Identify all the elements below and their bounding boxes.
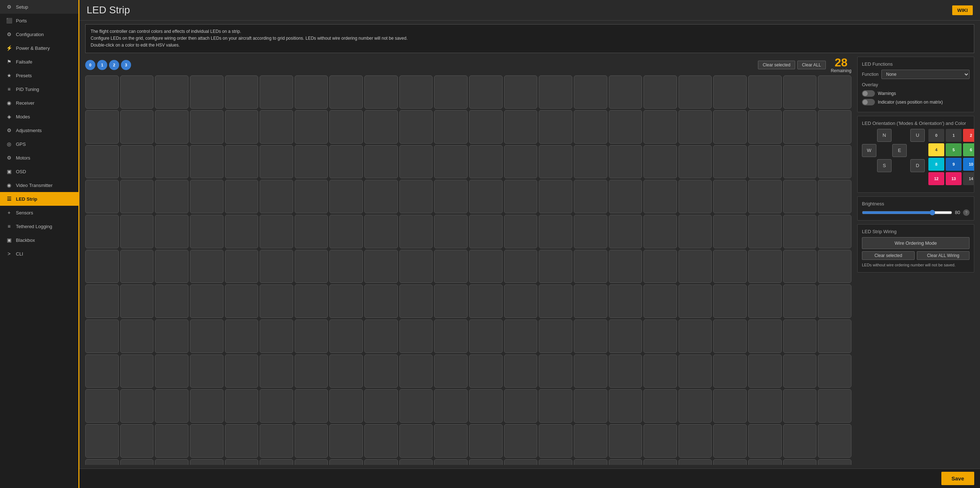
led-cell[interactable] (259, 215, 293, 248)
led-cell[interactable] (713, 110, 747, 144)
led-cell[interactable] (155, 424, 188, 458)
led-cell[interactable] (329, 320, 363, 353)
sidebar-item-setup[interactable]: ⚙Setup (0, 0, 78, 14)
orient-n-button[interactable]: N (877, 129, 891, 142)
color-btn-10[interactable]: 10 (963, 158, 974, 171)
led-cell[interactable] (818, 459, 851, 465)
sidebar-item-modes[interactable]: ◈Modes (0, 110, 78, 124)
led-cell[interactable] (539, 459, 572, 465)
led-cell[interactable] (818, 75, 851, 109)
led-cell[interactable] (85, 145, 119, 179)
led-cell[interactable] (504, 250, 538, 283)
led-cell[interactable] (434, 459, 468, 465)
led-cell[interactable] (259, 320, 293, 353)
color-btn-1[interactable]: 1 (946, 129, 962, 142)
led-cell[interactable] (504, 424, 538, 458)
led-cell[interactable] (434, 180, 468, 213)
sidebar-item-osd[interactable]: ▣OSD (0, 165, 78, 178)
led-cell[interactable] (783, 285, 817, 318)
clear-selected-button[interactable]: Clear selected (758, 60, 795, 69)
led-cell[interactable] (818, 145, 851, 179)
led-cell[interactable] (643, 320, 677, 353)
led-cell[interactable] (574, 354, 607, 388)
led-cell[interactable] (469, 389, 503, 423)
led-cell[interactable] (364, 424, 398, 458)
led-cell[interactable] (155, 145, 188, 179)
wire-clear-all-button[interactable]: Clear ALL Wiring (917, 251, 969, 260)
led-cell[interactable] (399, 389, 433, 423)
led-cell[interactable] (85, 75, 119, 109)
led-cell[interactable] (399, 110, 433, 144)
led-cell[interactable] (678, 320, 712, 353)
led-cell[interactable] (225, 110, 259, 144)
led-dot-0[interactable]: 0 (85, 60, 95, 70)
led-cell[interactable] (155, 110, 188, 144)
led-cell[interactable] (259, 424, 293, 458)
led-cell[interactable] (643, 389, 677, 423)
led-cell[interactable] (259, 354, 293, 388)
led-cell[interactable] (713, 180, 747, 213)
led-cell[interactable] (155, 459, 188, 465)
led-cell[interactable] (155, 215, 188, 248)
led-cell[interactable] (364, 215, 398, 248)
led-cell[interactable] (225, 389, 259, 423)
led-cell[interactable] (225, 215, 259, 248)
led-cell[interactable] (748, 285, 782, 318)
led-cell[interactable] (713, 354, 747, 388)
led-cell[interactable] (295, 285, 328, 318)
led-cell[interactable] (259, 75, 293, 109)
led-cell[interactable] (399, 75, 433, 109)
led-cell[interactable] (85, 215, 119, 248)
led-cell[interactable] (329, 215, 363, 248)
led-cell[interactable] (225, 285, 259, 318)
led-cell[interactable] (155, 180, 188, 213)
led-cell[interactable] (434, 110, 468, 144)
led-cell[interactable] (469, 459, 503, 465)
led-cell[interactable] (329, 424, 363, 458)
led-cell[interactable] (364, 75, 398, 109)
led-cell[interactable] (504, 354, 538, 388)
led-cell[interactable] (609, 354, 643, 388)
led-cell[interactable] (364, 110, 398, 144)
led-cell[interactable] (85, 285, 119, 318)
led-cell[interactable] (643, 215, 677, 248)
led-cell[interactable] (504, 389, 538, 423)
led-cell[interactable] (643, 180, 677, 213)
sidebar-item-pid-tuning[interactable]: ≡PID Tuning (0, 82, 78, 96)
led-cell[interactable] (748, 354, 782, 388)
led-cell[interactable] (539, 180, 572, 213)
sidebar-item-led-strip[interactable]: ☰LED Strip (0, 192, 78, 206)
orient-d-button[interactable]: D (910, 159, 925, 172)
led-cell[interactable] (609, 145, 643, 179)
led-cell[interactable] (713, 320, 747, 353)
led-cell[interactable] (399, 145, 433, 179)
led-cell[interactable] (609, 250, 643, 283)
led-cell[interactable] (364, 180, 398, 213)
led-cell[interactable] (574, 215, 607, 248)
led-cell[interactable] (609, 75, 643, 109)
led-cell[interactable] (678, 389, 712, 423)
sidebar-item-blackbox[interactable]: ▣Blackbox (0, 233, 78, 247)
sidebar-item-receiver[interactable]: ◉Receiver (0, 96, 78, 110)
led-cell[interactable] (190, 354, 224, 388)
led-cell[interactable] (539, 215, 572, 248)
led-cell[interactable] (120, 215, 154, 248)
wiki-button[interactable]: WIKI (952, 5, 973, 15)
led-cell[interactable] (504, 285, 538, 318)
led-cell[interactable] (678, 424, 712, 458)
save-button[interactable]: Save (941, 472, 974, 485)
clear-all-button[interactable]: Clear ALL (797, 60, 826, 69)
led-cell[interactable] (748, 110, 782, 144)
led-cell[interactable] (329, 285, 363, 318)
led-cell[interactable] (574, 320, 607, 353)
led-cell[interactable] (574, 424, 607, 458)
led-cell[interactable] (399, 459, 433, 465)
led-cell[interactable] (295, 354, 328, 388)
led-cell[interactable] (434, 75, 468, 109)
led-cell[interactable] (713, 389, 747, 423)
led-cell[interactable] (120, 285, 154, 318)
led-cell[interactable] (364, 285, 398, 318)
led-cell[interactable] (85, 180, 119, 213)
color-btn-9[interactable]: 9 (946, 158, 962, 171)
led-cell[interactable] (399, 285, 433, 318)
